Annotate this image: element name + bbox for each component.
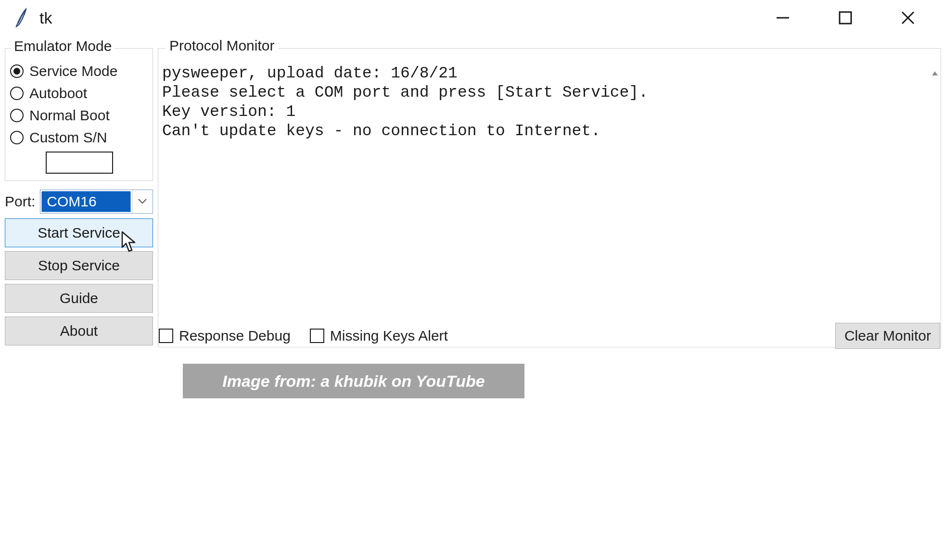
titlebar: tk — [0, 0, 944, 36]
port-row: Port: COM16 — [5, 190, 153, 214]
emulator-mode-group: Emulator Mode Service Mode Autoboot Norm… — [5, 48, 153, 181]
custom-sn-input[interactable] — [46, 152, 113, 174]
radio-service-mode[interactable]: Service Mode — [10, 60, 148, 82]
port-label: Port: — [5, 193, 35, 210]
radio-label: Autoboot — [29, 85, 87, 102]
tk-feather-icon — [13, 7, 30, 28]
scroll-up-icon[interactable]: ▴ — [932, 68, 938, 77]
checkbox-label: Missing Keys Alert — [330, 328, 448, 344]
emulator-mode-legend: Emulator Mode — [11, 38, 115, 54]
missing-keys-checkbox[interactable]: Missing Keys Alert — [310, 328, 448, 344]
radio-icon — [10, 109, 24, 122]
checkbox-label: Response Debug — [179, 328, 291, 344]
window-title: tk — [39, 9, 52, 27]
minimize-icon[interactable] — [766, 6, 800, 30]
chevron-down-icon — [132, 190, 153, 213]
image-source-caption: Image from: a khubik on YouTube — [183, 364, 524, 398]
maximize-icon[interactable] — [829, 6, 862, 30]
button-label: Start Service — [38, 225, 120, 241]
bottom-checks: Response Debug Missing Keys Alert — [159, 328, 448, 344]
protocol-monitor-text[interactable]: pysweeper, upload date: 16/8/21 Please s… — [160, 63, 924, 345]
svg-rect-1 — [840, 12, 851, 24]
radio-icon — [10, 131, 24, 144]
button-label: About — [60, 323, 98, 339]
radio-normal-boot[interactable]: Normal Boot — [10, 104, 148, 127]
button-label: Guide — [60, 290, 98, 306]
titlebar-left: tk — [13, 7, 52, 28]
protocol-monitor-legend: Protocol Monitor — [166, 38, 278, 54]
radio-custom-sn[interactable]: Custom S/N — [10, 127, 148, 149]
guide-button[interactable]: Guide — [5, 284, 153, 313]
port-combobox[interactable]: COM16 — [40, 190, 153, 214]
bottom-bar: Response Debug Missing Keys Alert Clear … — [159, 321, 940, 350]
checkbox-icon — [310, 329, 324, 343]
button-label: Clear Monitor — [844, 328, 931, 344]
port-selected-value: COM16 — [41, 191, 131, 212]
stop-service-button[interactable]: Stop Service — [5, 251, 153, 280]
radio-label: Service Mode — [29, 63, 117, 79]
radio-icon — [10, 64, 24, 78]
protocol-monitor: Protocol Monitor pysweeper, upload date:… — [158, 39, 941, 347]
about-button[interactable]: About — [5, 317, 153, 345]
window-controls — [766, 6, 939, 30]
radio-icon — [10, 87, 24, 100]
button-label: Stop Service — [38, 257, 120, 274]
left-panel: Emulator Mode Service Mode Autoboot Norm… — [3, 39, 155, 347]
start-service-button[interactable]: Start Service — [5, 218, 153, 247]
close-icon[interactable] — [891, 6, 925, 30]
clear-monitor-button[interactable]: Clear Monitor — [835, 323, 940, 349]
radio-autoboot[interactable]: Autoboot — [10, 82, 148, 104]
checkbox-icon — [159, 329, 173, 343]
response-debug-checkbox[interactable]: Response Debug — [159, 328, 291, 344]
radio-label: Custom S/N — [29, 129, 107, 146]
radio-label: Normal Boot — [29, 107, 110, 124]
